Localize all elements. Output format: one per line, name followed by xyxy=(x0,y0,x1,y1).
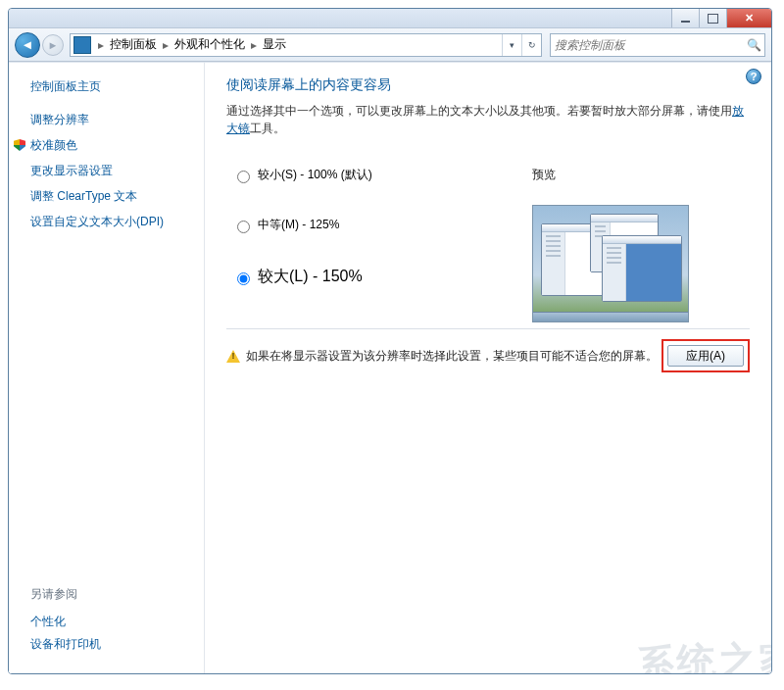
blank-icon xyxy=(13,215,26,228)
body: 控制面板主页 调整分辨率 校准颜色 更改显示器设置 xyxy=(9,62,771,673)
radio-larger[interactable] xyxy=(237,272,250,285)
minimize-button[interactable] xyxy=(671,9,699,27)
address-dropdown[interactable]: ▾ xyxy=(502,34,521,56)
option-label: 较小(S) - 100% (默认) xyxy=(258,167,372,183)
page-title: 使阅读屏幕上的内容更容易 xyxy=(226,76,750,94)
blank-icon xyxy=(13,164,26,177)
shield-icon xyxy=(13,138,26,152)
back-button[interactable]: ◄ xyxy=(15,32,40,58)
sidebar: 控制面板主页 调整分辨率 校准颜色 更改显示器设置 xyxy=(9,63,205,673)
size-options: 较小(S) - 100% (默认) 中等(M) - 125% 较大(L) - 1… xyxy=(226,167,524,322)
maximize-button[interactable] xyxy=(699,9,726,27)
search-input[interactable] xyxy=(551,35,743,55)
forward-button[interactable]: ► xyxy=(42,34,64,56)
breadcrumb-control-panel[interactable]: 控制面板 xyxy=(108,34,159,55)
breadcrumb-sep: ▸ xyxy=(247,38,261,52)
option-larger[interactable]: 较大(L) - 150% xyxy=(232,267,524,287)
warning-text: 如果在将显示器设置为该分辨率时选择此设置，某些项目可能不适合您的屏幕。 xyxy=(246,348,658,365)
nav-back-forward: ◄ ► xyxy=(15,31,66,59)
apply-highlight: 应用(A) xyxy=(662,339,750,372)
sidebar-item-label: 更改显示器设置 xyxy=(30,162,113,179)
blank-icon xyxy=(13,189,26,203)
apply-button[interactable]: 应用(A) xyxy=(667,345,744,367)
warning-row: 如果在将显示器设置为该分辨率时选择此设置，某些项目可能不适合您的屏幕。 应用(A… xyxy=(226,328,750,372)
refresh-button[interactable]: ↻ xyxy=(521,34,541,56)
preview-image xyxy=(532,205,689,322)
preview-title: 预览 xyxy=(532,167,750,183)
sidebar-item-custom-dpi[interactable]: 设置自定义文本大小(DPI) xyxy=(9,209,204,234)
window: ◄ ► ▸ 控制面板 ▸ 外观和个性化 ▸ 显示 ▾ ↻ 🔍 xyxy=(8,8,772,674)
sidebar-item-label: 设置自定义文本大小(DPI) xyxy=(30,213,164,230)
warning-icon xyxy=(226,350,240,363)
radio-medium[interactable] xyxy=(237,221,250,233)
option-medium[interactable]: 中等(M) - 125% xyxy=(232,217,524,233)
control-panel-icon xyxy=(74,36,91,54)
option-label: 中等(M) - 125% xyxy=(258,217,339,233)
option-label: 较大(L) - 150% xyxy=(258,267,363,287)
address-bar[interactable]: ▸ 控制面板 ▸ 外观和个性化 ▸ 显示 ▾ ↻ xyxy=(70,33,542,57)
breadcrumb-sep: ▸ xyxy=(159,38,172,52)
desc-text-after: 工具。 xyxy=(250,122,285,135)
sidebar-item-resolution[interactable]: 调整分辨率 xyxy=(9,107,204,132)
desc-text: 通过选择其中一个选项，可以更改屏幕上的文本大小以及其他项。若要暂时放大部分屏幕，… xyxy=(226,104,732,118)
sidebar-item-display-settings[interactable]: 更改显示器设置 xyxy=(9,158,204,183)
radio-smaller[interactable] xyxy=(237,171,250,183)
main-content: ? 使阅读屏幕上的内容更容易 通过选择其中一个选项，可以更改屏幕上的文本大小以及… xyxy=(205,63,771,673)
sidebar-item-calibrate-color[interactable]: 校准颜色 xyxy=(9,132,204,158)
sidebar-home-link[interactable]: 控制面板主页 xyxy=(9,76,204,107)
titlebar xyxy=(9,9,771,28)
sidebar-item-label: 调整 ClearType 文本 xyxy=(30,187,137,205)
see-also-devices-printers[interactable]: 设备和打印机 xyxy=(30,633,188,656)
breadcrumb-display[interactable]: 显示 xyxy=(261,34,288,55)
see-also-heading: 另请参阅 xyxy=(30,586,188,603)
breadcrumb-sep: ▸ xyxy=(94,38,108,52)
close-button[interactable] xyxy=(726,9,771,27)
watermark: 系统之家 xyxy=(635,632,772,674)
sidebar-item-cleartype[interactable]: 调整 ClearType 文本 xyxy=(9,183,204,209)
sidebar-item-label: 调整分辨率 xyxy=(30,111,89,128)
search-icon[interactable]: 🔍 xyxy=(743,38,764,52)
preview-column: 预览 xyxy=(524,167,750,322)
breadcrumb-appearance[interactable]: 外观和个性化 xyxy=(172,34,247,55)
help-icon[interactable]: ? xyxy=(746,69,761,84)
option-smaller[interactable]: 较小(S) - 100% (默认) xyxy=(232,167,524,183)
page-description: 通过选择其中一个选项，可以更改屏幕上的文本大小以及其他项。若要暂时放大部分屏幕，… xyxy=(226,102,750,137)
apply-button-label: 应用(A) xyxy=(686,348,725,365)
blank-icon xyxy=(13,113,26,126)
sidebar-item-label: 校准颜色 xyxy=(30,136,77,154)
search-box[interactable]: 🔍 xyxy=(550,33,765,57)
navbar: ◄ ► ▸ 控制面板 ▸ 外观和个性化 ▸ 显示 ▾ ↻ 🔍 xyxy=(9,28,771,62)
see-also-personalization[interactable]: 个性化 xyxy=(30,611,188,633)
